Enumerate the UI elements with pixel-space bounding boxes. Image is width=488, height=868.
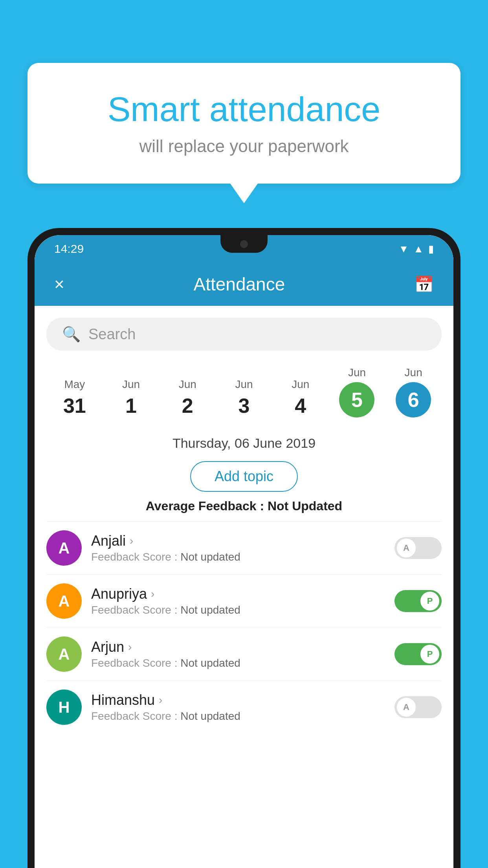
date-item-jun2[interactable]: Jun 2 xyxy=(159,374,216,421)
battery-icon: ▮ xyxy=(428,243,434,255)
date-month-jun2: Jun xyxy=(179,378,196,391)
student-feedback-anjali: Feedback Score : Not updated xyxy=(91,551,385,563)
search-icon: 🔍 xyxy=(62,326,81,343)
add-topic-section: Add topic xyxy=(35,461,453,492)
attendance-toggle-anjali[interactable]: A xyxy=(394,537,442,559)
student-info-himanshu: Himanshu › Feedback Score : Not updated xyxy=(91,692,385,723)
date-item-jun3[interactable]: Jun 3 xyxy=(216,374,272,421)
date-month-may31: May xyxy=(64,378,85,391)
date-day-may31: 31 xyxy=(63,394,86,417)
bubble-title: Smart attendance xyxy=(51,90,437,129)
date-day-jun2: 2 xyxy=(182,394,193,417)
attendance-toggle-arjun[interactable]: P xyxy=(394,643,442,665)
date-month-jun1: Jun xyxy=(122,378,140,391)
date-circle-jun5: 5 xyxy=(339,382,374,417)
date-day-jun3: 3 xyxy=(238,394,250,417)
signal-icon: ▲ xyxy=(413,243,424,255)
student-item-anjali[interactable]: A Anjali › Feedback Score : Not updated … xyxy=(46,521,442,574)
status-time: 14:29 xyxy=(54,242,84,256)
date-selector: May 31 Jun 1 Jun 2 Jun 3 Jun 4 xyxy=(35,355,453,429)
avatar-anupriya: A xyxy=(46,583,82,619)
toggle-knob-anjali: A xyxy=(397,539,416,557)
date-item-jun5[interactable]: Jun 5 xyxy=(329,362,385,421)
wifi-icon: ▼ xyxy=(399,243,409,255)
selected-date-label: Thursday, 06 June 2019 xyxy=(35,429,453,457)
add-topic-button[interactable]: Add topic xyxy=(190,461,298,492)
student-item-himanshu[interactable]: H Himanshu › Feedback Score : Not update… xyxy=(46,680,442,734)
student-list: A Anjali › Feedback Score : Not updated … xyxy=(35,521,453,734)
avatar-himanshu: H xyxy=(46,690,82,725)
date-month-jun5: Jun xyxy=(348,366,366,379)
student-name-anupriya: Anupriya › xyxy=(91,586,385,602)
student-name-anjali: Anjali › xyxy=(91,533,385,549)
close-button[interactable]: × xyxy=(54,274,64,294)
status-icons: ▼ ▲ ▮ xyxy=(399,243,434,255)
attendance-toggle-anupriya[interactable]: P xyxy=(394,590,442,612)
speech-bubble-arrow xyxy=(230,184,258,203)
student-feedback-arjun: Feedback Score : Not updated xyxy=(91,657,385,669)
student-info-anjali: Anjali › Feedback Score : Not updated xyxy=(91,533,385,563)
calendar-icon[interactable]: 📅 xyxy=(414,275,434,294)
chevron-right-icon: › xyxy=(130,535,133,547)
speech-bubble: Smart attendance will replace your paper… xyxy=(28,63,460,184)
date-month-jun4: Jun xyxy=(292,378,309,391)
toggle-knob-anupriya: P xyxy=(420,592,439,611)
date-day-jun1: 1 xyxy=(125,394,137,417)
speech-bubble-section: Smart attendance will replace your paper… xyxy=(28,63,460,203)
date-day-jun5: 5 xyxy=(351,388,363,412)
avatar-arjun: A xyxy=(46,636,82,672)
bubble-subtitle: will replace your paperwork xyxy=(51,136,437,156)
phone-inner: 14:29 ▼ ▲ ▮ × Attendance 📅 🔍 Search xyxy=(35,235,453,868)
student-name-arjun: Arjun › xyxy=(91,639,385,655)
date-month-jun6: Jun xyxy=(405,366,422,379)
search-bar[interactable]: 🔍 Search xyxy=(46,318,442,351)
date-month-jun3: Jun xyxy=(235,378,253,391)
student-item-anupriya[interactable]: A Anupriya › Feedback Score : Not update… xyxy=(46,574,442,627)
date-day-jun4: 4 xyxy=(295,394,306,417)
toggle-knob-arjun: P xyxy=(420,645,439,664)
search-placeholder: Search xyxy=(88,326,136,343)
student-info-anupriya: Anupriya › Feedback Score : Not updated xyxy=(91,586,385,616)
notch xyxy=(220,235,268,253)
date-day-jun6: 6 xyxy=(408,388,419,412)
app-content: 🔍 Search May 31 Jun 1 Jun 2 Jun xyxy=(35,306,453,868)
chevron-right-icon: › xyxy=(151,588,154,600)
date-item-may31[interactable]: May 31 xyxy=(46,374,103,421)
phone-frame: 14:29 ▼ ▲ ▮ × Attendance 📅 🔍 Search xyxy=(28,228,460,868)
chevron-right-icon: › xyxy=(128,641,132,653)
avg-feedback-value: Not Updated xyxy=(268,499,342,513)
student-feedback-himanshu: Feedback Score : Not updated xyxy=(91,710,385,723)
status-bar: 14:29 ▼ ▲ ▮ xyxy=(35,235,453,263)
chevron-right-icon: › xyxy=(159,694,162,706)
date-item-jun6[interactable]: Jun 6 xyxy=(385,362,442,421)
date-circle-jun6: 6 xyxy=(396,382,431,417)
student-feedback-anupriya: Feedback Score : Not updated xyxy=(91,604,385,616)
date-item-jun1[interactable]: Jun 1 xyxy=(103,374,160,421)
avatar-anjali: A xyxy=(46,530,82,566)
student-info-arjun: Arjun › Feedback Score : Not updated xyxy=(91,639,385,669)
app-header: × Attendance 📅 xyxy=(35,263,453,306)
header-title: Attendance xyxy=(193,274,285,295)
student-name-himanshu: Himanshu › xyxy=(91,692,385,708)
toggle-knob-himanshu: A xyxy=(397,698,416,717)
attendance-toggle-himanshu[interactable]: A xyxy=(394,696,442,718)
student-item-arjun[interactable]: A Arjun › Feedback Score : Not updated P xyxy=(46,627,442,680)
camera-dot xyxy=(240,240,248,248)
average-feedback: Average Feedback : Not Updated xyxy=(35,496,453,521)
date-item-jun4[interactable]: Jun 4 xyxy=(272,374,329,421)
avg-feedback-label: Average Feedback : xyxy=(146,499,268,513)
